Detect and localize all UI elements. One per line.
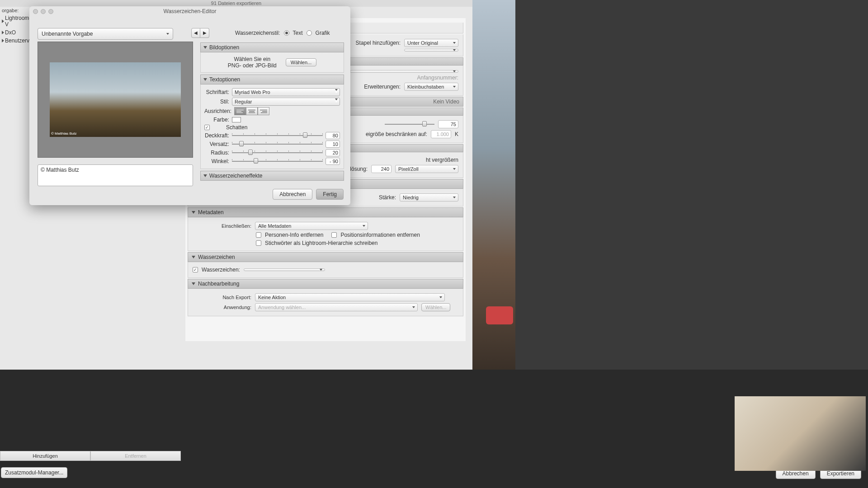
start-number-label: Anfangsnummer: (417, 75, 458, 81)
quality-input[interactable]: 75 (438, 120, 458, 128)
extensions-label: Erweiterungen: (364, 84, 401, 90)
offset-slider[interactable] (232, 141, 323, 147)
remove-location-checkbox[interactable] (331, 232, 337, 238)
opacity-input[interactable]: 80 (326, 132, 340, 139)
chevron-down-icon (192, 211, 195, 214)
style-text-radio[interactable] (284, 30, 289, 36)
image-options-header[interactable]: Bildoptionen (200, 42, 344, 52)
effects-header[interactable]: Wasserzeicheneffekte (200, 171, 344, 181)
add-preset-button[interactable]: Hinzufügen (0, 451, 90, 461)
shadow-checkbox[interactable] (204, 125, 210, 130)
angle-slider[interactable] (232, 158, 323, 164)
modal-done-button[interactable]: Fertig (316, 189, 344, 200)
offset-input[interactable]: 10 (326, 141, 340, 148)
align-left-button[interactable] (234, 107, 246, 115)
app-label: Anwendung: (193, 305, 251, 310)
keywords-hier-checkbox[interactable] (256, 240, 261, 246)
metadata-header[interactable]: Metadaten (188, 207, 463, 217)
chevron-down-icon (192, 256, 195, 258)
preset-toolbar: Hinzufügen Entfernen (0, 451, 181, 461)
post-header[interactable]: Nachbearbeitung (188, 279, 463, 289)
chevron-right-icon (2, 31, 4, 34)
strength-label: Stärke: (379, 194, 396, 201)
app-choose-button[interactable]: Wählen... (421, 303, 450, 311)
sidebar-item-dxo[interactable]: DxO (0, 28, 32, 37)
chevron-down-icon (203, 78, 207, 81)
watermark-select[interactable] (244, 268, 325, 271)
stack-position-select[interactable]: Unter Original (404, 39, 458, 47)
angle-input[interactable]: - 90 (326, 158, 340, 165)
align-center-button[interactable] (246, 107, 258, 115)
plugin-manager-button[interactable]: Zusatzmodul-Manager... (1, 467, 67, 478)
chevron-down-icon (203, 174, 207, 177)
no-enlarge-label: ht vergrößern (426, 157, 458, 163)
app-select[interactable]: Anwendung wählen... (255, 303, 418, 311)
align-right-button[interactable] (258, 107, 269, 115)
resolution-input[interactable]: 240 (371, 165, 392, 173)
naming-select[interactable] (350, 70, 458, 73)
font-style-select[interactable]: Regular (232, 98, 340, 106)
remove-preset-button[interactable]: Entfernen (90, 451, 181, 461)
text-options-header[interactable]: Textoptionen (200, 75, 344, 84)
style-label: Wasserzeichenstil: (235, 30, 280, 36)
limit-unit: K (455, 131, 458, 137)
watermark-editor-modal: Wasserzeichen-Editor Unbenannte Vorgabe … (29, 6, 350, 205)
watermark-header[interactable]: Wasserzeichen (188, 252, 463, 262)
window-title: 91 Dateien exportieren (0, 0, 472, 7)
sidebar-item-user[interactable]: Benutzervor (0, 37, 32, 45)
select-small[interactable] (404, 49, 458, 52)
preset-select[interactable]: Unbenannte Vorgabe (38, 28, 173, 40)
include-label: Einschließen: (193, 223, 251, 229)
align-group (234, 107, 269, 115)
after-export-label: Nach Export: (193, 295, 251, 300)
chevron-down-icon (203, 46, 207, 49)
preset-sidebar: orgabe: Lightroom-V DxO Benutzervor (0, 7, 32, 341)
prev-button[interactable]: ◀ (191, 28, 200, 38)
next-button[interactable]: ▶ (200, 28, 209, 38)
extensions-select[interactable]: Kleinbuchstaben (404, 83, 458, 91)
font-select[interactable]: Myriad Web Pro (232, 88, 340, 96)
limit-input[interactable]: 1.000 (431, 130, 451, 138)
limit-label: eigröße beschränken auf: (366, 131, 427, 137)
watermark-preview: © Matthias Butz (38, 42, 193, 158)
chevron-right-icon (2, 19, 4, 23)
webcam-overlay (735, 396, 866, 471)
include-select[interactable]: Alle Metadaten (255, 222, 368, 230)
radius-input[interactable]: 20 (326, 149, 340, 156)
radius-slider[interactable] (232, 150, 323, 156)
remove-person-checkbox[interactable] (256, 232, 261, 238)
quality-slider[interactable] (385, 120, 434, 128)
preview-watermark-text: © Matthias Butz (51, 131, 77, 136)
watermark-label: Wasserzeichen: (202, 267, 240, 273)
dark-panel (515, 0, 868, 370)
chevron-right-icon (2, 39, 4, 42)
preview-image: © Matthias Butz (50, 62, 181, 137)
color-swatch[interactable] (232, 117, 241, 122)
modal-title: Wasserzeichen-Editor (29, 8, 350, 14)
watermark-checkbox[interactable] (193, 267, 198, 272)
strength-select[interactable]: Niedrig (400, 193, 458, 202)
resolution-unit-select[interactable]: Pixel/Zoll (395, 165, 458, 173)
choose-image-button[interactable]: Wählen... (286, 58, 316, 66)
watermark-text-input[interactable]: © Matthias Butz (38, 164, 193, 186)
sidebar-item-lightroom[interactable]: Lightroom-V (0, 14, 32, 28)
chevron-down-icon (192, 282, 195, 285)
style-graphic-radio[interactable] (307, 30, 312, 36)
stack-add-label: Stapel hinzufügen: (356, 40, 401, 46)
sidebar-heading: orgabe: (0, 7, 32, 14)
modal-cancel-button[interactable]: Abbrechen (273, 189, 312, 200)
no-video-label: Kein Video (433, 99, 459, 105)
after-export-select[interactable]: Keine Aktion (255, 293, 445, 301)
opacity-slider[interactable] (232, 132, 323, 139)
